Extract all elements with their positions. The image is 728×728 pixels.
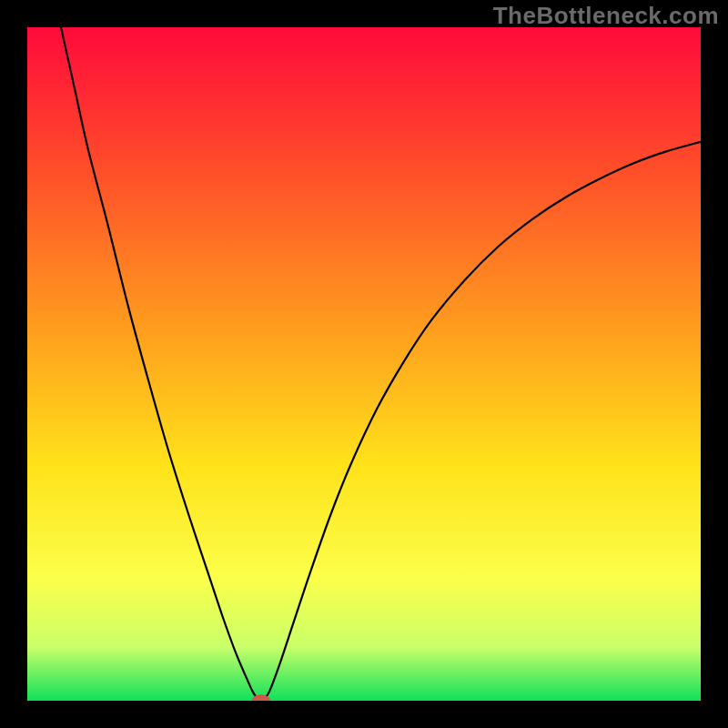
chart-svg: [27, 27, 701, 701]
plot-area: [27, 27, 701, 701]
gradient-background: [27, 27, 701, 701]
chart-frame: TheBottleneck.com: [0, 0, 728, 728]
watermark-label: TheBottleneck.com: [493, 2, 719, 30]
